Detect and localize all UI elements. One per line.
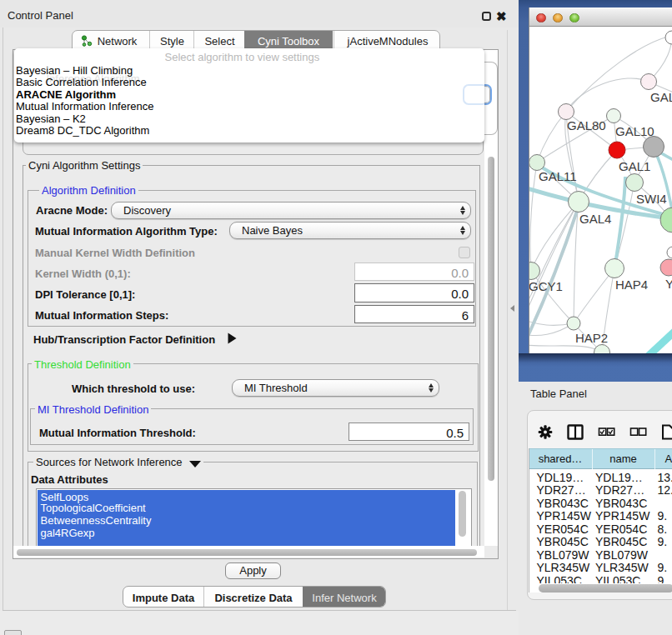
svg-text:GAL11: GAL11 xyxy=(539,169,577,183)
svg-text:GAL7: GAL7 xyxy=(650,90,672,104)
svg-text:HAP4: HAP4 xyxy=(615,278,648,292)
svg-text:Y: Y xyxy=(665,277,672,291)
svg-text:SWI4: SWI4 xyxy=(636,192,667,206)
svg-text:GAL1: GAL1 xyxy=(619,159,650,173)
svg-text:GAL10: GAL10 xyxy=(615,124,654,138)
svg-text:GCY1: GCY1 xyxy=(529,279,563,293)
svg-text:HAP2: HAP2 xyxy=(575,331,608,345)
svg-text:GAL4: GAL4 xyxy=(579,212,611,226)
svg-text:GAL80: GAL80 xyxy=(567,118,606,132)
